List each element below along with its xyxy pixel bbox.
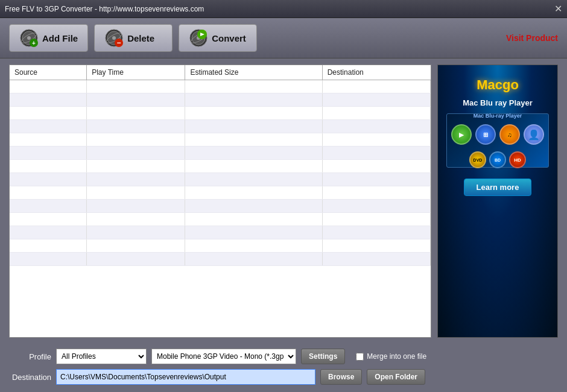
ad-icon-all: ▶ [451, 124, 472, 145]
table-row [10, 200, 431, 213]
destination-label: Destination [9, 373, 51, 382]
table-row [10, 120, 431, 133]
col-source: Source [10, 65, 87, 80]
ad-icon-music: ♫ [499, 124, 520, 145]
file-table: Source Play Time Estimated Size Destinat… [10, 65, 431, 266]
browse-button[interactable]: Browse [320, 369, 362, 385]
col-size: Estimated Size [185, 65, 322, 80]
delete-button[interactable]: − Delete [94, 24, 173, 52]
profile-type-select[interactable]: Mobile Phone 3GP Video - Mono (*.3gp) Mo… [151, 349, 296, 364]
table-row [10, 133, 431, 147]
visit-product-link[interactable]: Visit Product [506, 33, 558, 43]
ad-title: Macgo [477, 77, 519, 93]
ad-icon-bluray: BD [489, 151, 506, 168]
profile-row: Profile All Profiles Video Profiles Audi… [9, 349, 558, 364]
table-row [10, 239, 431, 253]
main-area: Source Play Time Estimated Size Destinat… [0, 58, 567, 344]
bottom-controls: Profile All Profiles Video Profiles Audi… [0, 344, 567, 392]
ad-icon-media: ⊞ [475, 124, 496, 145]
convert-button[interactable]: Convert [179, 24, 257, 52]
col-destination: Destination [322, 65, 430, 80]
learn-more-button[interactable]: Learn more [464, 179, 532, 196]
ad-subtitle: Mac Blu ray Player [463, 98, 533, 109]
delete-label: Delete [127, 33, 154, 43]
ad-content: Macgo Mac Blu ray Player Mac Blu-ray Pla… [444, 77, 551, 196]
table-row [10, 173, 431, 186]
file-table-body [10, 80, 431, 266]
ad-icon-dvd: DVD [469, 151, 486, 168]
table-row [10, 80, 431, 93]
table-row [10, 147, 431, 160]
add-file-icon: + [19, 28, 39, 48]
table-row [10, 93, 431, 107]
table-row [10, 226, 431, 239]
col-playtime: Play Time [87, 65, 185, 80]
svg-text:−: − [117, 39, 121, 47]
open-folder-button[interactable]: Open Folder [367, 369, 425, 385]
table-header-row: Source Play Time Estimated Size Destinat… [10, 65, 431, 80]
file-table-container: Source Play Time Estimated Size Destinat… [9, 65, 431, 338]
ad-screenshot: Mac Blu-ray Player ▶ ⊞ ♫ 👤 DVD BD HD [446, 113, 549, 168]
settings-button[interactable]: Settings [301, 349, 345, 364]
ad-icon-hd: HD [509, 151, 526, 168]
svg-text:+: + [32, 40, 36, 46]
add-file-button[interactable]: + Add File [9, 24, 88, 52]
window-title: Free FLV to 3GP Converter - http://www.t… [5, 5, 204, 13]
table-row [10, 253, 431, 266]
profile-label: Profile [9, 352, 51, 361]
destination-row: Destination Browse Open Folder [9, 369, 558, 385]
title-bar: Free FLV to 3GP Converter - http://www.t… [0, 0, 567, 18]
add-file-label: Add File [42, 33, 78, 43]
merge-checkbox[interactable] [356, 353, 364, 361]
ad-icon-person: 👤 [524, 124, 544, 145]
convert-label: Convert [212, 33, 246, 43]
close-button[interactable]: ✕ [554, 4, 562, 14]
delete-icon: − [104, 28, 124, 48]
ad-panel: Macgo Mac Blu ray Player Mac Blu-ray Pla… [437, 65, 558, 338]
table-row [10, 107, 431, 120]
svg-point-2 [27, 36, 31, 40]
profile-select[interactable]: All Profiles Video Profiles Audio Profil… [56, 349, 147, 364]
svg-point-8 [112, 36, 116, 40]
table-row [10, 213, 431, 226]
convert-icon [189, 28, 208, 48]
toolbar: + Add File − Delete [0, 18, 567, 58]
table-row [10, 160, 431, 173]
merge-label: Merge into one file [367, 352, 426, 361]
destination-input[interactable] [56, 369, 315, 385]
table-row [10, 186, 431, 200]
ad-icons-row: ▶ ⊞ ♫ 👤 [451, 124, 544, 145]
merge-check-area: Merge into one file [356, 352, 426, 361]
app-window: Free FLV to 3GP Converter - http://www.t… [0, 0, 567, 392]
